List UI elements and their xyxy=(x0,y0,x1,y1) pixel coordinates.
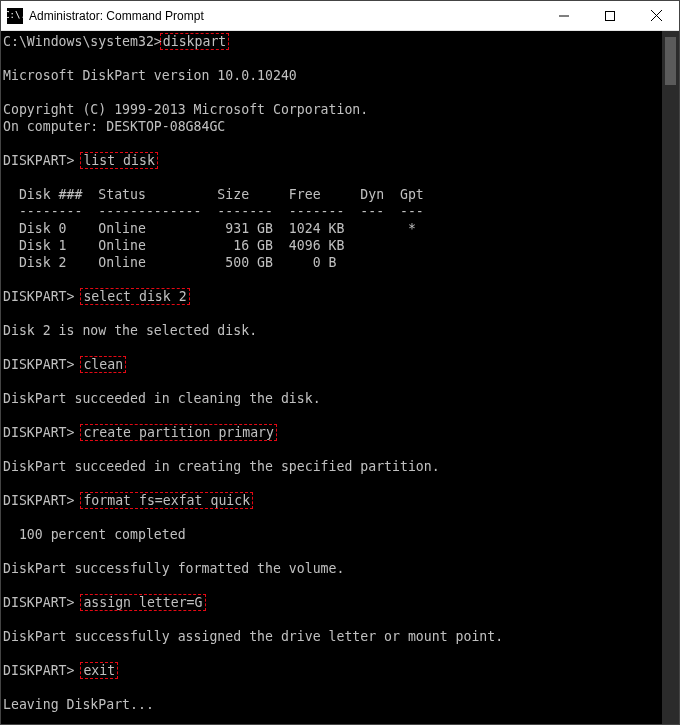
minimize-button[interactable] xyxy=(541,1,587,30)
cmd-icon-glyph: C:\. xyxy=(4,11,26,20)
maximize-button[interactable] xyxy=(587,1,633,30)
cmd-assign: assign letter=G xyxy=(80,594,205,611)
prompt-sys32: C:\Windows\system32> xyxy=(3,34,162,49)
cmd-exit: exit xyxy=(80,662,118,679)
cmd-format: format fs=exfat quick xyxy=(80,492,253,509)
table-row: Disk 2 Online 500 GB 0 B xyxy=(3,255,336,270)
cmd-create-partition: create partition primary xyxy=(80,424,277,441)
command-prompt-window: C:\. Administrator: Command Prompt C:\Wi… xyxy=(0,0,680,725)
cmd-clean: clean xyxy=(80,356,126,373)
out-leaving: Leaving DiskPart... xyxy=(3,697,154,712)
out-create-ok: DiskPart succeeded in creating the speci… xyxy=(3,459,440,474)
out-clean-ok: DiskPart succeeded in cleaning the disk. xyxy=(3,391,321,406)
out-selected: Disk 2 is now the selected disk. xyxy=(3,323,257,338)
table-row: Disk 1 Online 16 GB 4096 KB xyxy=(3,238,344,253)
close-button[interactable] xyxy=(633,1,679,30)
prompt-diskpart: DISKPART> xyxy=(3,595,82,610)
prompt-diskpart: DISKPART> xyxy=(3,153,82,168)
minimize-icon xyxy=(559,11,569,21)
maximize-icon xyxy=(605,11,615,21)
prompt-diskpart: DISKPART> xyxy=(3,425,82,440)
scrollbar-thumb[interactable] xyxy=(665,37,676,85)
cmd-icon: C:\. xyxy=(7,8,23,24)
out-assign-ok: DiskPart successfully assigned the drive… xyxy=(3,629,503,644)
console-output[interactable]: C:\Windows\system32>diskpart Microsoft D… xyxy=(1,31,662,724)
vertical-scrollbar[interactable] xyxy=(662,31,679,724)
out-version: Microsoft DiskPart version 10.0.10240 xyxy=(3,68,297,83)
svg-rect-1 xyxy=(606,11,615,20)
prompt-diskpart: DISKPART> xyxy=(3,357,82,372)
prompt-diskpart: DISKPART> xyxy=(3,663,82,678)
window-buttons xyxy=(541,1,679,30)
prompt-diskpart: DISKPART> xyxy=(3,493,82,508)
close-icon xyxy=(651,10,662,21)
prompt-diskpart: DISKPART> xyxy=(3,289,82,304)
table-row: Disk 0 Online 931 GB 1024 KB * xyxy=(3,221,416,236)
out-oncomputer: On computer: DESKTOP-08G84GC xyxy=(3,119,225,134)
cmd-list-disk: list disk xyxy=(80,152,157,169)
out-copyright: Copyright (C) 1999-2013 Microsoft Corpor… xyxy=(3,102,368,117)
table-header: Disk ### Status Size Free Dyn Gpt xyxy=(3,187,424,202)
titlebar[interactable]: C:\. Administrator: Command Prompt xyxy=(1,1,679,31)
out-percent: 100 percent completed xyxy=(3,527,186,542)
out-format-ok: DiskPart successfully formatted the volu… xyxy=(3,561,344,576)
console-area: C:\Windows\system32>diskpart Microsoft D… xyxy=(1,31,679,724)
table-sep: -------- ------------- ------- ------- -… xyxy=(3,204,424,219)
window-title: Administrator: Command Prompt xyxy=(29,9,541,23)
cmd-diskpart: diskpart xyxy=(160,33,230,50)
cmd-select-disk: select disk 2 xyxy=(80,288,189,305)
